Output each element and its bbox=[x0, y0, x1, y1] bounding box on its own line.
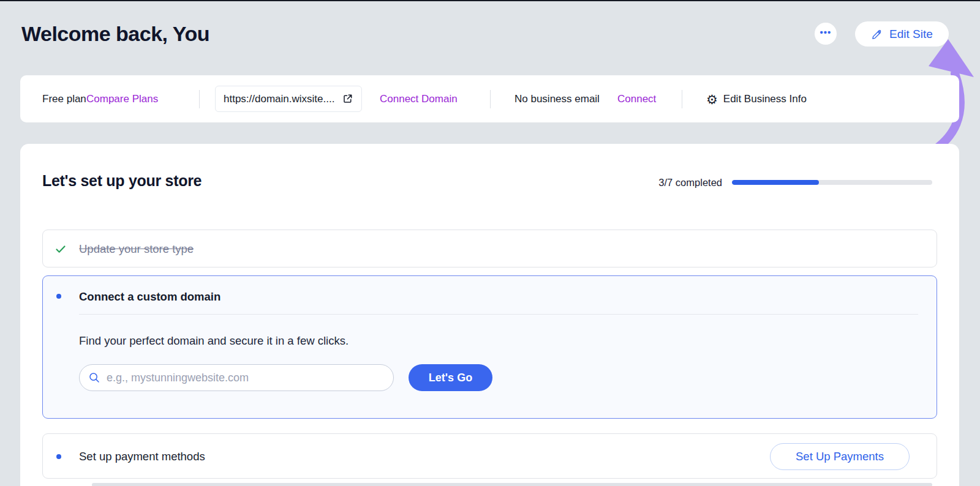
check-icon bbox=[55, 243, 67, 255]
gear-icon: ⚙ bbox=[706, 92, 718, 105]
window-top-edge bbox=[0, 0, 980, 1]
connect-domain-link[interactable]: Connect Domain bbox=[380, 93, 458, 105]
divider bbox=[199, 90, 200, 108]
free-plan-label: Free plan bbox=[42, 93, 86, 105]
bullet-dot-icon bbox=[56, 454, 61, 459]
bullet-dot-icon bbox=[56, 294, 61, 299]
domain-search-input[interactable] bbox=[107, 372, 385, 384]
task-row-connect-custom-domain[interactable]: Connect a custom domain Find your perfec… bbox=[42, 275, 937, 419]
divider bbox=[79, 314, 918, 315]
more-options-icon: ••• bbox=[820, 28, 832, 37]
task-label: Set up payment methods bbox=[79, 434, 205, 479]
task-description: Find your perfect domain and secure it i… bbox=[79, 334, 349, 348]
edit-site-label: Edit Site bbox=[889, 28, 933, 41]
more-options-button[interactable]: ••• bbox=[815, 23, 837, 45]
divider bbox=[490, 90, 491, 108]
site-url-text: https://domain.wixsite.... bbox=[224, 93, 334, 105]
external-link-icon[interactable] bbox=[342, 93, 353, 105]
task-label: Update your store type bbox=[79, 230, 194, 268]
pencil-icon bbox=[871, 28, 883, 40]
setup-progress: 3/7 completed bbox=[658, 174, 932, 190]
compare-plans-link[interactable]: Compare Plans bbox=[86, 93, 158, 105]
site-status-bar: Free plan Compare Plans https://domain.w… bbox=[20, 75, 959, 122]
lets-go-button[interactable]: Let's Go bbox=[409, 364, 492, 391]
edit-business-info-label: Edit Business Info bbox=[723, 93, 807, 105]
store-setup-card: Let's set up your store 3/7 completed Up… bbox=[20, 144, 959, 486]
page-title: Welcome back, You bbox=[21, 22, 209, 46]
setup-card-title: Let's set up your store bbox=[42, 172, 202, 190]
progress-label: 3/7 completed bbox=[658, 177, 722, 189]
progress-fill bbox=[732, 180, 819, 185]
task-row-update-store-type[interactable]: Update your store type bbox=[42, 230, 937, 267]
domain-search-field[interactable] bbox=[79, 364, 394, 391]
next-task-row-edge bbox=[92, 483, 932, 486]
edit-business-info-button[interactable]: ⚙ Edit Business Info bbox=[706, 92, 807, 105]
divider bbox=[682, 90, 682, 108]
task-label: Connect a custom domain bbox=[79, 290, 221, 304]
search-icon bbox=[88, 372, 100, 384]
no-business-email-label: No business email bbox=[514, 93, 600, 105]
set-up-payments-button[interactable]: Set Up Payments bbox=[770, 443, 910, 470]
site-url-box[interactable]: https://domain.wixsite.... bbox=[215, 86, 362, 112]
connect-email-link[interactable]: Connect bbox=[617, 93, 656, 105]
task-row-set-up-payment-methods[interactable]: Set up payment methods Set Up Payments bbox=[42, 433, 937, 479]
edit-site-button[interactable]: Edit Site bbox=[855, 21, 949, 47]
progress-track bbox=[732, 180, 932, 185]
